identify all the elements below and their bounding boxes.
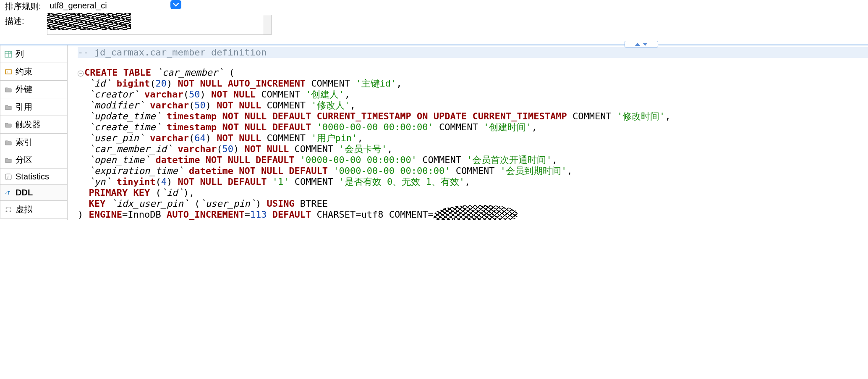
sidebar-item-引用[interactable]: 引用 <box>0 98 67 116</box>
sidebar-item-label: 引用 <box>16 101 32 113</box>
sidebar-item-statistics[interactable]: iStatistics <box>0 168 67 185</box>
collation-label: 排序规则: <box>5 0 47 12</box>
sidebar: +列±约束外键引用触发器索引分区iStatistics‹TDDL虚拟 <box>0 45 67 220</box>
sidebar-item-label: 外键 <box>16 84 32 95</box>
sidebar-item-label: 索引 <box>16 137 32 148</box>
description-label: 描述: <box>5 15 47 27</box>
sidebar-item-label: Statistics <box>16 172 49 182</box>
fold-icon[interactable]: − <box>78 71 84 76</box>
sidebar-item-触发器[interactable]: 触发器 <box>0 116 67 134</box>
sidebar-item-label: 触发器 <box>16 119 41 130</box>
constraint-icon: ± <box>5 68 12 76</box>
sidebar-item-虚拟[interactable]: 虚拟 <box>0 200 67 218</box>
svg-text:i: i <box>7 174 9 180</box>
description-input[interactable] <box>47 15 263 37</box>
ddl-editor[interactable]: -- jd_carmax.car_member definition−CREAT… <box>67 45 868 220</box>
sidebar-item-索引[interactable]: 索引 <box>0 133 67 151</box>
sidebar-item-label: DDL <box>16 188 33 197</box>
folder-icon <box>5 121 12 129</box>
sidebar-item-约束[interactable]: ±约束 <box>0 63 67 81</box>
panel-divider[interactable] <box>0 45 868 45</box>
sidebar-item-外键[interactable]: 外键 <box>0 80 67 98</box>
sidebar-item-label: 分区 <box>16 154 32 166</box>
svg-text:‹T: ‹T <box>5 190 10 196</box>
virtual-icon <box>5 206 12 213</box>
redacted-comment <box>434 210 518 220</box>
sql-comment: -- jd_carmax.car_member definition <box>78 47 868 58</box>
svg-text:+: + <box>10 51 12 55</box>
sidebar-item-label: 约束 <box>16 66 32 77</box>
sidebar-item-label: 列 <box>16 48 24 60</box>
svg-text:±: ± <box>7 70 9 74</box>
info-icon: i <box>5 173 12 181</box>
folder-icon <box>5 156 12 164</box>
folder-icon <box>5 103 12 111</box>
folder-icon <box>5 139 12 146</box>
columns-icon: + <box>5 50 12 58</box>
ddl-icon: ‹T <box>5 189 12 197</box>
sidebar-item-label: 虚拟 <box>16 204 32 215</box>
table-properties-form: 排序规则: 描述: <box>0 0 868 43</box>
sidebar-item-ddl[interactable]: ‹TDDL <box>0 184 67 201</box>
textarea-scrollbar[interactable] <box>263 15 272 35</box>
chevron-down-icon[interactable] <box>170 0 181 9</box>
sidebar-item-列[interactable]: +列 <box>0 45 67 63</box>
sidebar-item-分区[interactable]: 分区 <box>0 151 67 169</box>
collapse-toggle-icon[interactable] <box>625 41 658 47</box>
folder-icon <box>5 86 12 93</box>
collation-select[interactable] <box>47 0 169 11</box>
